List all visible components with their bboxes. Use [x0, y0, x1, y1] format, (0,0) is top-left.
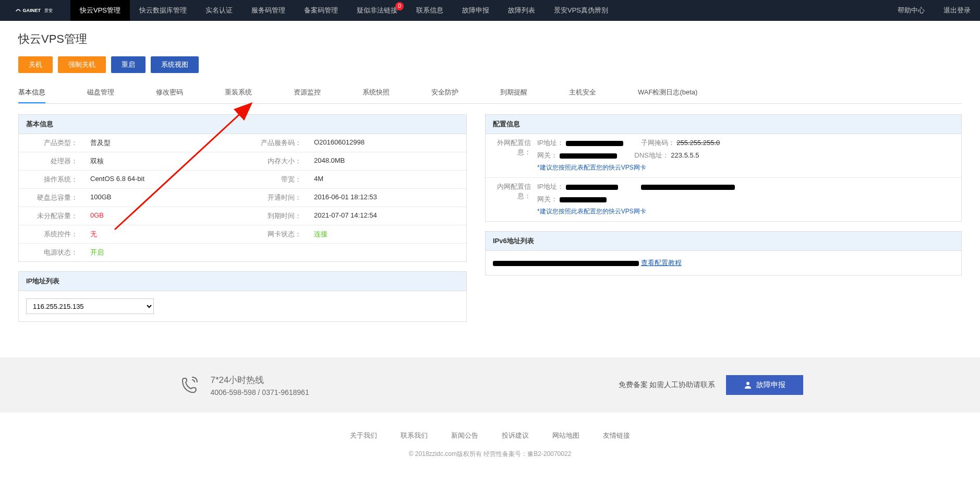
tabs: 基本信息磁盘管理修改密码重装系统资源监控系统快照安全防护到期提醒主机安全WAF检…	[18, 82, 962, 104]
label: 电源状态：	[19, 244, 84, 261]
ip-list-header: IP地址列表	[19, 272, 466, 291]
ext-config-body: IP地址： 子网掩码： 255.255.255.0 网关： DNS地址： 223…	[537, 138, 954, 173]
action-button[interactable]: 强制关机	[58, 56, 106, 73]
suggest-link[interactable]: *建议您按照此表配置您的快云VPS网卡	[537, 204, 954, 217]
config-panel: 配置信息 外网配置信息： IP地址： 子网掩码： 255.255.255.0 网…	[485, 114, 962, 222]
ip-list-panel: IP地址列表 116.255.215.135	[18, 271, 467, 322]
footer-link[interactable]: 投诉建议	[502, 431, 529, 440]
label: 内存大小：	[243, 152, 308, 170]
tab[interactable]: 安全防护	[431, 82, 458, 103]
value: 0GB	[84, 207, 243, 225]
tab[interactable]: 到期提醒	[500, 82, 527, 103]
nav-item[interactable]: 帮助中心	[888, 0, 934, 21]
tab[interactable]: 磁盘管理	[87, 82, 114, 103]
footer-contact: 7*24小时热线 4006-598-598 / 0371-9618961 免费备…	[0, 357, 980, 413]
value: 2048.0MB	[308, 152, 466, 170]
copyright: © 2018zzidc.com版权所有 经营性备案号：豫B2-20070022	[0, 450, 980, 459]
ipv6-tutorial-link[interactable]: 查看配置教程	[641, 259, 682, 267]
value: 无	[84, 225, 243, 243]
value: 4M	[308, 171, 466, 188]
tab[interactable]: 系统快照	[362, 82, 390, 103]
svg-text:GAINET: GAINET	[22, 8, 41, 14]
fault-report-button[interactable]: 故障申报	[726, 375, 803, 395]
label: 硬盘总容量：	[19, 189, 84, 207]
ipv6-panel: IPv6地址列表 查看配置教程	[485, 231, 962, 275]
basic-info-header: 基本信息	[19, 115, 466, 134]
action-button[interactable]: 系统视图	[151, 56, 199, 73]
label: 操作系统：	[19, 171, 84, 188]
value: 普及型	[84, 134, 243, 152]
nav-item[interactable]: 服务码管理	[242, 0, 295, 21]
phone-icon	[177, 373, 201, 397]
person-icon	[744, 381, 752, 389]
tab[interactable]: 资源监控	[294, 82, 321, 103]
value: 100GB	[84, 189, 243, 207]
nav-item[interactable]: 快云VPS管理	[70, 0, 130, 21]
label: 网卡状态：	[243, 225, 308, 243]
ip-select[interactable]: 116.255.215.135	[26, 298, 154, 314]
tab[interactable]: 重装系统	[225, 82, 252, 103]
footer-link[interactable]: 新闻公告	[451, 431, 478, 440]
top-nav: GAINET 景安 快云VPS管理快云数据库管理实名认证服务码管理备案码管理疑似…	[0, 0, 980, 21]
nav-item[interactable]: 备案码管理	[295, 0, 347, 21]
label: 产品服务码：	[243, 134, 308, 152]
record-text: 免费备案 如需人工协助请联系	[619, 380, 716, 390]
nav-item[interactable]: 疑似非法链接0	[347, 0, 407, 21]
footer-link[interactable]: 网站地图	[552, 431, 579, 440]
tab[interactable]: 主机安全	[569, 82, 596, 103]
action-button[interactable]: 关机	[18, 56, 53, 73]
svg-point-3	[746, 382, 749, 385]
int-config-body: IP地址： 网关： *建议您按照此表配置您的快云VPS网卡	[537, 182, 954, 217]
action-button[interactable]: 重启	[111, 56, 146, 73]
hotline-title: 7*24小时热线	[211, 374, 309, 386]
nav-item[interactable]: 故障列表	[499, 0, 545, 21]
value: 2021-07-07 14:12:54	[308, 207, 466, 225]
value: CentOS 6.8 64-bit	[84, 171, 243, 188]
ipv6-header: IPv6地址列表	[486, 232, 961, 251]
footer-link[interactable]: 关于我们	[350, 431, 377, 440]
value: O201606012998	[308, 134, 466, 152]
page-title: 快云VPS管理	[18, 31, 962, 47]
logo[interactable]: GAINET 景安	[0, 0, 70, 21]
footer-links: 关于我们联系我们新闻公告投诉建议网站地图友情链接 © 2018zzidc.com…	[0, 413, 980, 472]
basic-info-panel: 基本信息 产品类型：普及型 产品服务码：O201606012998 处理器：双核…	[18, 114, 467, 262]
label: 系统控件：	[19, 225, 84, 243]
value: 双核	[84, 152, 243, 170]
nav-item[interactable]: 联系信息	[407, 0, 453, 21]
label: 内网配置信息：	[493, 182, 537, 201]
value: 开启	[84, 244, 466, 261]
tab[interactable]: WAF检测日志(beta)	[638, 82, 697, 103]
config-header: 配置信息	[486, 115, 961, 134]
label: 到期时间：	[243, 207, 308, 225]
nav-badge: 0	[395, 2, 404, 10]
value: 连接	[308, 225, 466, 243]
label: 开通时间：	[243, 189, 308, 207]
label: 未分配容量：	[19, 207, 84, 225]
label: 处理器：	[19, 152, 84, 170]
svg-text:景安: 景安	[44, 9, 53, 14]
action-buttons: 关机强制关机重启系统视图	[18, 56, 962, 73]
gainet-logo-icon: GAINET 景安	[13, 5, 57, 16]
nav-item[interactable]: 快云数据库管理	[130, 0, 196, 21]
label: 外网配置信息：	[493, 138, 537, 157]
tab[interactable]: 修改密码	[156, 82, 183, 103]
nav-item[interactable]: 故障申报	[453, 0, 499, 21]
suggest-link[interactable]: *建议您按照此表配置您的快云VPS网卡	[537, 160, 954, 173]
label: 产品类型：	[19, 134, 84, 152]
tab[interactable]: 基本信息	[18, 82, 45, 103]
nav-item[interactable]: 退出登录	[934, 0, 980, 21]
label: 带宽：	[243, 171, 308, 188]
nav-item[interactable]: 景安VPS真伪辨别	[545, 0, 618, 21]
nav-item[interactable]: 实名认证	[196, 0, 242, 21]
footer-link[interactable]: 友情链接	[603, 431, 630, 440]
footer-link[interactable]: 联系我们	[401, 431, 428, 440]
hotline-number: 4006-598-598 / 0371-9618961	[211, 388, 309, 396]
ipv6-body: 查看配置教程	[486, 251, 961, 275]
value: 2016-06-01 18:12:53	[308, 189, 466, 207]
